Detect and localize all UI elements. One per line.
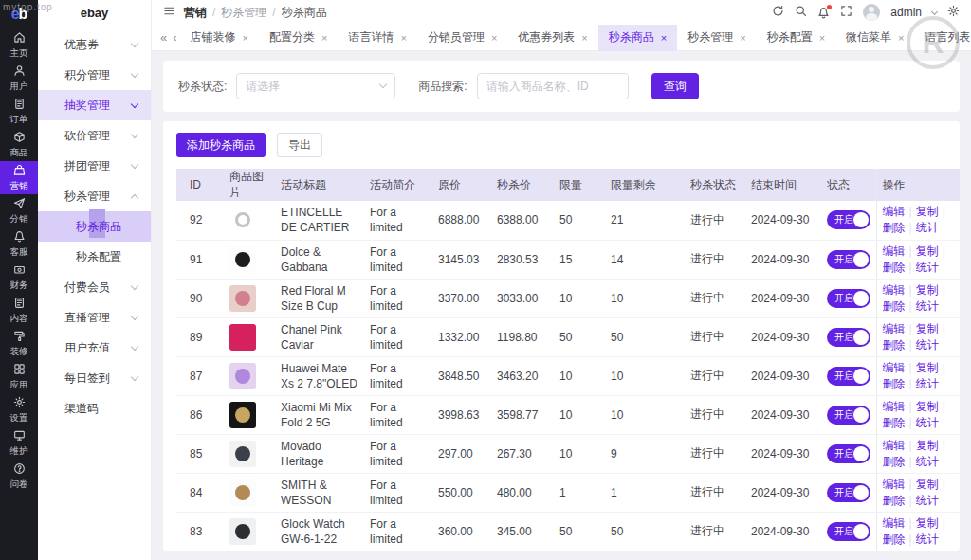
action-编辑[interactable]: 编辑: [883, 361, 906, 374]
rail-item-survey[interactable]: 问卷: [0, 460, 38, 493]
rail-item-order[interactable]: 订单: [0, 95, 38, 128]
status-toggle[interactable]: 开启: [827, 289, 870, 308]
tab-配置分类[interactable]: 配置分类×: [259, 25, 338, 51]
rail-item-user[interactable]: 用户: [0, 62, 38, 95]
sidebar-item[interactable]: 砍价管理: [38, 120, 151, 151]
user-menu-chevron-icon[interactable]: [931, 8, 938, 14]
action-删除[interactable]: 删除: [883, 416, 906, 429]
tab-close-icon[interactable]: ×: [321, 32, 327, 44]
action-复制[interactable]: 复制: [916, 205, 939, 218]
tab-秒杀商品[interactable]: 秒杀商品×: [598, 25, 677, 51]
tab-close-icon[interactable]: ×: [740, 32, 745, 44]
tab-close-icon[interactable]: ×: [491, 32, 497, 44]
rail-item-content[interactable]: 内容: [0, 294, 38, 327]
action-统计[interactable]: 统计: [916, 377, 939, 390]
rail-item-service[interactable]: 客服: [0, 227, 38, 261]
tab-close-icon[interactable]: ×: [898, 32, 904, 44]
sidebar-item[interactable]: 付费会员: [38, 272, 151, 302]
action-统计[interactable]: 统计: [916, 221, 939, 234]
product-image[interactable]: [229, 363, 256, 389]
action-复制[interactable]: 复制: [916, 516, 939, 530]
rail-item-home[interactable]: 主页: [0, 28, 38, 62]
rail-item-finance[interactable]: 财务: [0, 261, 38, 294]
tab-close-icon[interactable]: ×: [581, 32, 587, 44]
action-删除[interactable]: 删除: [883, 261, 906, 274]
rail-item-share[interactable]: 分销: [0, 194, 38, 227]
rail-item-goods[interactable]: 商品: [0, 128, 38, 161]
sidebar-item[interactable]: 直播管理: [38, 302, 151, 333]
search-icon[interactable]: [795, 5, 807, 20]
notification-bell-icon[interactable]: [817, 7, 830, 19]
rail-item-apps[interactable]: 应用: [0, 360, 38, 393]
action-编辑[interactable]: 编辑: [883, 322, 906, 335]
action-统计[interactable]: 统计: [916, 455, 939, 468]
fullscreen-icon[interactable]: [840, 5, 852, 20]
status-select[interactable]: 请选择: [236, 73, 395, 99]
action-编辑[interactable]: 编辑: [883, 400, 906, 413]
action-删除[interactable]: 删除: [883, 533, 906, 546]
tab-close-icon[interactable]: ×: [400, 32, 406, 44]
sidebar-item[interactable]: 拼团管理: [38, 151, 151, 181]
action-删除[interactable]: 删除: [883, 338, 906, 352]
sidebar-item[interactable]: 秒杀商品: [38, 211, 151, 242]
status-toggle[interactable]: 开启: [827, 406, 870, 425]
action-统计[interactable]: 统计: [916, 338, 939, 352]
breadcrumb-item[interactable]: 秒杀管理: [221, 5, 266, 21]
sidebar-item[interactable]: 用户充值: [38, 333, 151, 363]
refresh-icon[interactable]: [772, 5, 784, 20]
username[interactable]: admin: [890, 6, 922, 19]
user-avatar[interactable]: [863, 4, 880, 21]
action-复制[interactable]: 复制: [916, 400, 939, 413]
query-button[interactable]: 查询: [651, 73, 699, 99]
breadcrumb-item[interactable]: 秒杀商品: [282, 5, 327, 21]
product-image[interactable]: [229, 402, 256, 428]
tabs-scroll-left-icon[interactable]: «: [157, 30, 170, 45]
product-image[interactable]: [229, 518, 256, 545]
action-复制[interactable]: 复制: [916, 439, 939, 452]
tab-语言列表[interactable]: 语言列表×: [915, 25, 971, 51]
status-toggle[interactable]: 开启: [827, 367, 870, 386]
hamburger-icon[interactable]: [163, 5, 175, 20]
tab-close-icon[interactable]: ×: [243, 32, 248, 44]
action-统计[interactable]: 统计: [916, 494, 939, 507]
action-统计[interactable]: 统计: [916, 416, 939, 429]
status-toggle[interactable]: 开启: [827, 250, 870, 269]
action-复制[interactable]: 复制: [916, 322, 939, 335]
status-toggle[interactable]: 开启: [827, 210, 870, 229]
product-image[interactable]: [229, 246, 256, 273]
action-删除[interactable]: 删除: [883, 494, 906, 507]
export-button[interactable]: 导出: [277, 133, 322, 157]
status-toggle[interactable]: 开启: [827, 444, 870, 463]
rail-item-marketing[interactable]: 营销: [0, 161, 38, 194]
action-复制[interactable]: 复制: [916, 244, 939, 258]
sidebar-item[interactable]: 秒杀管理: [38, 181, 151, 211]
rail-item-decorate[interactable]: 装修: [0, 327, 38, 360]
tab-分销员管理[interactable]: 分销员管理×: [417, 25, 507, 51]
status-toggle[interactable]: 开启: [827, 328, 870, 347]
sidebar-item[interactable]: 抽奖管理: [38, 90, 151, 120]
product-image[interactable]: [229, 285, 256, 312]
product-image[interactable]: [229, 207, 256, 233]
tab-秒杀配置[interactable]: 秒杀配置×: [757, 25, 835, 51]
tab-秒杀管理[interactable]: 秒杀管理×: [677, 25, 756, 51]
tab-close-icon[interactable]: ×: [819, 32, 825, 44]
action-统计[interactable]: 统计: [916, 299, 939, 313]
status-toggle[interactable]: 开启: [827, 522, 870, 541]
gear-icon[interactable]: [947, 5, 960, 20]
sidebar-item[interactable]: 每日签到: [38, 363, 151, 393]
action-复制[interactable]: 复制: [916, 283, 939, 297]
rail-item-maintain[interactable]: 维护: [0, 426, 38, 460]
status-toggle[interactable]: 开启: [827, 483, 870, 502]
action-编辑[interactable]: 编辑: [883, 439, 906, 452]
tab-优惠券列表[interactable]: 优惠券列表×: [507, 25, 597, 51]
tabs-scroll-left-one-icon[interactable]: ‹: [170, 30, 179, 45]
action-复制[interactable]: 复制: [916, 361, 939, 374]
add-seckill-product-button[interactable]: 添加秒杀商品: [176, 133, 266, 157]
action-编辑[interactable]: 编辑: [883, 244, 906, 258]
product-search-input[interactable]: [477, 73, 629, 99]
action-删除[interactable]: 删除: [883, 221, 906, 234]
action-删除[interactable]: 删除: [883, 455, 906, 468]
action-复制[interactable]: 复制: [916, 478, 939, 491]
action-编辑[interactable]: 编辑: [883, 283, 906, 297]
product-image[interactable]: [229, 324, 256, 351]
